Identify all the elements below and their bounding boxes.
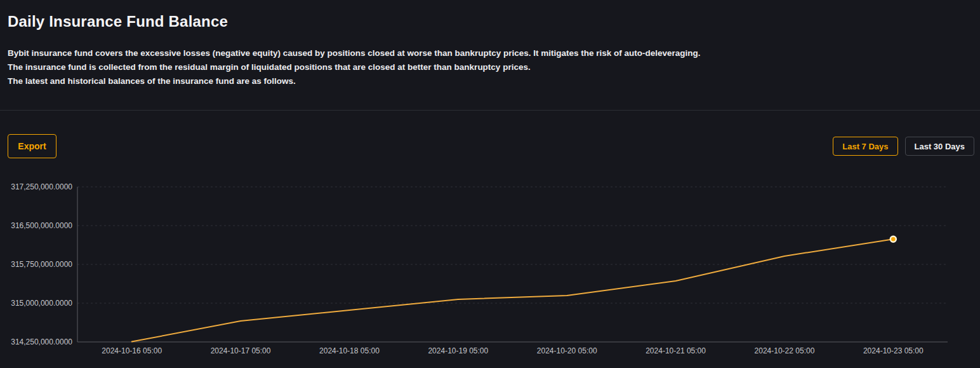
page-description: Bybit insurance fund covers the excessiv… <box>8 46 967 88</box>
chart-canvas[interactable]: 317,250,000.0000316,500,000.0000315,750,… <box>0 178 980 368</box>
x-axis-label: 2024-10-23 05:00 <box>863 346 924 355</box>
date-range-selector: Last 7 Days Last 30 Days <box>833 137 974 156</box>
page-title: Daily Insurance Fund Balance <box>8 13 228 31</box>
fund-balance-line <box>132 239 894 341</box>
last-7-days-button[interactable]: Last 7 Days <box>833 137 897 156</box>
y-axis-label: 317,250,000.0000 <box>11 182 72 191</box>
fund-balance-chart[interactable]: 317,250,000.0000316,500,000.0000315,750,… <box>0 178 980 368</box>
x-axis-label: 2024-10-21 05:00 <box>646 346 706 355</box>
x-axis-label: 2024-10-17 05:00 <box>211 346 271 355</box>
y-axis-label: 314,250,000.0000 <box>11 337 72 346</box>
y-axis-label: 315,750,000.0000 <box>11 260 72 269</box>
x-axis-label: 2024-10-18 05:00 <box>319 346 380 355</box>
y-axis-label: 316,500,000.0000 <box>11 221 72 230</box>
section-divider <box>0 110 980 111</box>
x-axis-label: 2024-10-19 05:00 <box>428 346 488 355</box>
x-axis-label: 2024-10-16 05:00 <box>102 346 162 355</box>
description-line-1: Bybit insurance fund covers the excessiv… <box>8 46 967 60</box>
x-axis-label: 2024-10-22 05:00 <box>755 346 815 355</box>
x-axis-label: 2024-10-20 05:00 <box>537 346 597 355</box>
export-button[interactable]: Export <box>8 134 56 158</box>
description-line-2: The insurance fund is collected from the… <box>8 60 967 74</box>
y-axis-label: 315,000,000.0000 <box>11 299 72 308</box>
last-30-days-button[interactable]: Last 30 Days <box>905 137 975 156</box>
highlighted-point-marker[interactable] <box>891 236 896 242</box>
description-line-3: The latest and historical balances of th… <box>8 74 967 88</box>
